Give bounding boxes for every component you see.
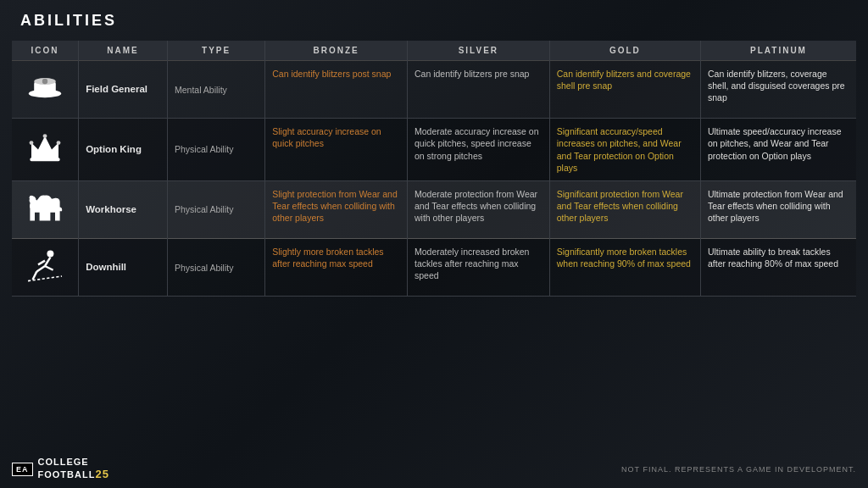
svg-line-14 [36, 266, 45, 271]
ability-platinum-field-general: Can identify blitzers, coverage shell, a… [700, 61, 856, 119]
ability-gold-workhorse: Significant protection from Wear and Tea… [549, 180, 700, 238]
ability-gold-downhill: Significantly more broken tackles when r… [549, 239, 700, 297]
ability-bronze-field-general: Can identify blitzers post snap [265, 61, 408, 119]
header-type: TYPE [167, 41, 264, 61]
header-bronze: BRONZE [265, 41, 408, 61]
svg-point-3 [42, 79, 47, 84]
ability-type-downhill: Physical Ability [167, 239, 264, 297]
svg-point-12 [47, 251, 53, 258]
ability-platinum-option-king: Ultimate speed/accuracy increase on pitc… [700, 119, 856, 181]
abilities-table: ICON NAME TYPE BRONZE SILVER GOLD PLATIN… [12, 41, 856, 297]
workhorse-icon [12, 180, 79, 238]
ability-name-workhorse: Workhorse [79, 180, 168, 238]
header-platinum: PLATINUM [700, 41, 856, 61]
svg-rect-6 [30, 158, 59, 161]
svg-point-8 [30, 141, 34, 145]
svg-point-11 [30, 196, 34, 200]
header-icon: ICON [12, 41, 79, 61]
ability-silver-option-king: Moderate accuracy increase on quick pitc… [408, 119, 550, 181]
header-gold: GOLD [549, 41, 700, 61]
ability-bronze-workhorse: Slight protection from Wear and Tear eff… [265, 180, 408, 238]
ea-badge: EA [12, 463, 33, 476]
ability-platinum-workhorse: Ultimate protection from Wear and Tear e… [700, 180, 856, 238]
ability-bronze-downhill: Slightly more broken tackles after reach… [265, 239, 408, 297]
field-general-icon [12, 61, 79, 119]
table-row: Downhill Physical Ability Slightly more … [12, 239, 856, 297]
ability-bronze-option-king: Slight accuracy increase on quick pitche… [265, 119, 408, 181]
downhill-icon [12, 239, 79, 297]
ability-gold-option-king: Significant accuracy/speed increases on … [549, 119, 700, 181]
svg-rect-4 [30, 92, 59, 95]
table-row: Field General Mental Ability Can identif… [12, 61, 856, 119]
svg-point-7 [43, 134, 47, 138]
game-name-text: COLLEGEFOOTBALL25 [38, 457, 109, 481]
svg-line-16 [45, 266, 53, 270]
ea-logo: EA COLLEGEFOOTBALL25 [12, 457, 109, 481]
ability-type-option-king: Physical Ability [167, 119, 264, 181]
abilities-table-container: ICON NAME TYPE BRONZE SILVER GOLD PLATIN… [12, 41, 856, 447]
svg-line-17 [38, 261, 45, 265]
ability-silver-field-general: Can identify blitzers pre snap [408, 61, 550, 119]
svg-line-13 [45, 258, 50, 266]
header-name: NAME [79, 41, 168, 61]
ability-name-field-general: Field General [79, 61, 168, 119]
ability-platinum-downhill: Ultimate ability to break tackles after … [700, 239, 856, 297]
page-title: ABILITIES [20, 12, 117, 30]
ability-silver-downhill: Moderately increased broken tackles afte… [408, 239, 550, 297]
disclaimer-text: NOT FINAL. REPRESENTS A GAME IN DEVELOPM… [621, 465, 856, 474]
svg-point-9 [57, 141, 61, 145]
svg-marker-5 [31, 136, 58, 158]
footer: EA COLLEGEFOOTBALL25 NOT FINAL. REPRESEN… [12, 457, 856, 481]
option-king-icon [12, 119, 79, 181]
svg-line-15 [33, 271, 37, 280]
ability-type-workhorse: Physical Ability [167, 180, 264, 238]
ability-name-downhill: Downhill [79, 239, 168, 297]
table-row: Workhorse Physical Ability Slight protec… [12, 180, 856, 238]
game-number: 25 [95, 468, 108, 480]
header-silver: SILVER [408, 41, 550, 61]
table-row: Option King Physical Ability Slight accu… [12, 119, 856, 181]
ability-type-field-general: Mental Ability [167, 61, 264, 119]
abilities-table-body: Field General Mental Ability Can identif… [12, 61, 856, 297]
ability-gold-field-general: Can identify blitzers and coverage shell… [549, 61, 700, 119]
ability-silver-workhorse: Moderate protection from Wear and Tear e… [408, 180, 550, 238]
ability-name-option-king: Option King [79, 119, 168, 181]
table-header-row: ICON NAME TYPE BRONZE SILVER GOLD PLATIN… [12, 41, 856, 61]
